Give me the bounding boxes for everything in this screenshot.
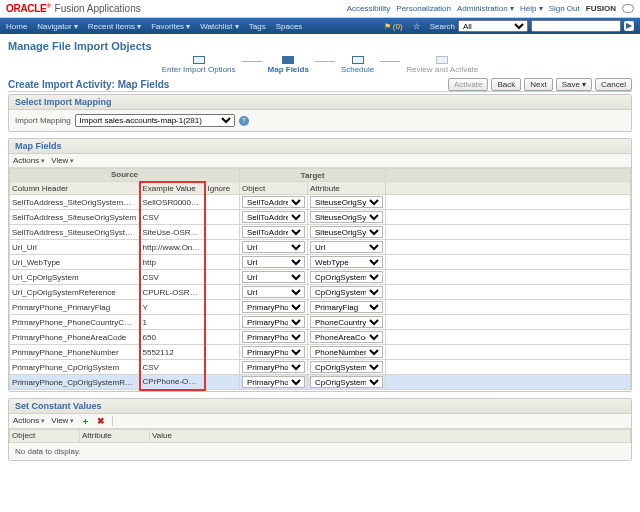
- attribute-select[interactable]: SiteuseOrigSyst: [310, 226, 383, 238]
- object-select[interactable]: SellToAddress: [242, 226, 305, 238]
- nav-spaces[interactable]: Spaces: [276, 22, 303, 31]
- cell-attribute[interactable]: CpOrigSystemR: [308, 375, 386, 390]
- attribute-select[interactable]: Url: [310, 241, 383, 253]
- nav-recent[interactable]: Recent Items ▾: [88, 22, 141, 31]
- delete-icon[interactable]: ✖: [96, 416, 106, 426]
- attribute-select[interactable]: CpOrigSystem: [310, 361, 383, 373]
- cell-object[interactable]: SellToAddress: [240, 195, 308, 210]
- cell-attribute[interactable]: Url: [308, 240, 386, 255]
- cell-object[interactable]: PrimaryPhone: [240, 315, 308, 330]
- cell-attribute[interactable]: PhoneNumber: [308, 345, 386, 360]
- step-1[interactable]: Enter Import Options: [162, 65, 236, 74]
- table-row[interactable]: PrimaryPhone_PhoneAreaCode650PrimaryPhon…: [10, 330, 631, 345]
- cell-attribute[interactable]: CpOrigSystemR: [308, 285, 386, 300]
- link-administration[interactable]: Administration ▾: [457, 4, 514, 13]
- attribute-select[interactable]: PhoneCountryC: [310, 316, 383, 328]
- cell-attribute[interactable]: PhoneCountryC: [308, 315, 386, 330]
- link-help[interactable]: Help ▾: [520, 4, 543, 13]
- nav-watchlist[interactable]: Watchlist ▾: [200, 22, 238, 31]
- cell-object[interactable]: PrimaryPhone: [240, 360, 308, 375]
- cell-object[interactable]: PrimaryPhone: [240, 330, 308, 345]
- cell-object[interactable]: Url: [240, 240, 308, 255]
- save-button[interactable]: Save ▾: [556, 78, 592, 91]
- c-col-attr[interactable]: Attribute: [80, 429, 150, 442]
- view-menu[interactable]: View: [51, 156, 74, 165]
- activate-button[interactable]: Activate: [448, 78, 488, 91]
- table-row[interactable]: Url_CpOrigSystemCSVUrlCpOrigSystem: [10, 270, 631, 285]
- object-select[interactable]: Url: [242, 286, 305, 298]
- attribute-select[interactable]: CpOrigSystemR: [310, 376, 383, 388]
- cell-ignore[interactable]: [205, 360, 240, 375]
- cell-ignore[interactable]: [205, 210, 240, 225]
- nav-home[interactable]: Home: [6, 22, 27, 31]
- table-row[interactable]: PrimaryPhone_CpOrigSystemReferenceCPrPho…: [10, 375, 631, 390]
- attribute-select[interactable]: WebType: [310, 256, 383, 268]
- cell-object[interactable]: SellToAddress: [240, 225, 308, 240]
- object-select[interactable]: Url: [242, 271, 305, 283]
- cell-ignore[interactable]: [205, 255, 240, 270]
- cell-attribute[interactable]: CpOrigSystem: [308, 270, 386, 285]
- step-3[interactable]: Schedule: [341, 65, 374, 74]
- table-row[interactable]: PrimaryPhone_PhoneNumber5552112PrimaryPh…: [10, 345, 631, 360]
- object-select[interactable]: PrimaryPhone: [242, 301, 305, 313]
- link-signout[interactable]: Sign Out: [549, 4, 580, 13]
- table-row[interactable]: SellToAddress_SiteOrigSystemReferenceSel…: [10, 195, 631, 210]
- cell-attribute[interactable]: SiteuseOrigSyst: [308, 225, 386, 240]
- cell-ignore[interactable]: [205, 285, 240, 300]
- cell-attribute[interactable]: PrimaryFlag: [308, 300, 386, 315]
- cell-attribute[interactable]: WebType: [308, 255, 386, 270]
- nav-navigator[interactable]: Navigator ▾: [37, 22, 77, 31]
- back-button[interactable]: Back: [491, 78, 521, 91]
- link-personalization[interactable]: Personalization: [396, 4, 451, 13]
- chat-icon[interactable]: [622, 4, 634, 13]
- col-example[interactable]: Example Value: [140, 182, 205, 195]
- link-accessibility[interactable]: Accessibility: [347, 4, 391, 13]
- cell-ignore[interactable]: [205, 240, 240, 255]
- cell-object[interactable]: Url: [240, 255, 308, 270]
- cell-object[interactable]: Url: [240, 285, 308, 300]
- table-row[interactable]: Url_WebTypehttpUrlWebType: [10, 255, 631, 270]
- attribute-select[interactable]: CpOrigSystem: [310, 271, 383, 283]
- cell-object[interactable]: PrimaryPhone: [240, 375, 308, 390]
- cell-ignore[interactable]: [205, 315, 240, 330]
- object-select[interactable]: SellToAddress: [242, 196, 305, 208]
- cell-object[interactable]: PrimaryPhone: [240, 345, 308, 360]
- cell-ignore[interactable]: [205, 330, 240, 345]
- object-select[interactable]: SellToAddress: [242, 211, 305, 223]
- table-row[interactable]: SellToAddress_SiteuseOrigSystemRefSiteUs…: [10, 225, 631, 240]
- cell-object[interactable]: Url: [240, 270, 308, 285]
- col-ignore[interactable]: Ignore: [205, 182, 240, 195]
- attribute-select[interactable]: CpOrigSystemR: [310, 286, 383, 298]
- table-row[interactable]: PrimaryPhone_PrimaryFlagYPrimaryPhonePri…: [10, 300, 631, 315]
- search-input[interactable]: [531, 20, 621, 32]
- table-row[interactable]: Url_CpOrigSystemReferenceCPURL-OSR000000…: [10, 285, 631, 300]
- attribute-select[interactable]: PhoneNumber: [310, 346, 383, 358]
- cell-ignore[interactable]: [205, 270, 240, 285]
- search-scope[interactable]: All: [458, 20, 528, 32]
- attribute-select[interactable]: SiteuseOrigSyst: [310, 211, 383, 223]
- object-select[interactable]: PrimaryPhone: [242, 376, 305, 388]
- cell-ignore[interactable]: [205, 225, 240, 240]
- cell-attribute[interactable]: SiteuseOrigSyst: [308, 210, 386, 225]
- table-row[interactable]: SellToAddress_SiteuseOrigSystemCSVSellTo…: [10, 210, 631, 225]
- c-col-object[interactable]: Object: [10, 429, 80, 442]
- cancel-button[interactable]: Cancel: [595, 78, 632, 91]
- constant-view-menu[interactable]: View: [51, 416, 74, 425]
- c-col-value[interactable]: Value: [150, 429, 631, 442]
- next-button[interactable]: Next: [524, 78, 552, 91]
- object-select[interactable]: PrimaryPhone: [242, 346, 305, 358]
- attribute-select[interactable]: SiteuseOrigSyst: [310, 196, 383, 208]
- help-icon[interactable]: ?: [239, 116, 249, 126]
- fav-icon[interactable]: ☆: [413, 22, 420, 31]
- attribute-select[interactable]: PrimaryFlag: [310, 301, 383, 313]
- table-row[interactable]: Url_Urlhttp://www.OneSATeUrlUrl: [10, 240, 631, 255]
- cell-attribute[interactable]: SiteuseOrigSyst: [308, 195, 386, 210]
- object-select[interactable]: PrimaryPhone: [242, 331, 305, 343]
- table-row[interactable]: PrimaryPhone_CpOrigSystemCSVPrimaryPhone…: [10, 360, 631, 375]
- actions-menu[interactable]: Actions: [13, 156, 45, 165]
- object-select[interactable]: Url: [242, 256, 305, 268]
- nav-favorites[interactable]: Favorites ▾: [151, 22, 190, 31]
- col-header[interactable]: Column Header: [10, 182, 140, 195]
- add-icon[interactable]: ＋: [80, 416, 90, 426]
- import-mapping-select[interactable]: Import sales-accounts-map-1(281): [75, 114, 235, 127]
